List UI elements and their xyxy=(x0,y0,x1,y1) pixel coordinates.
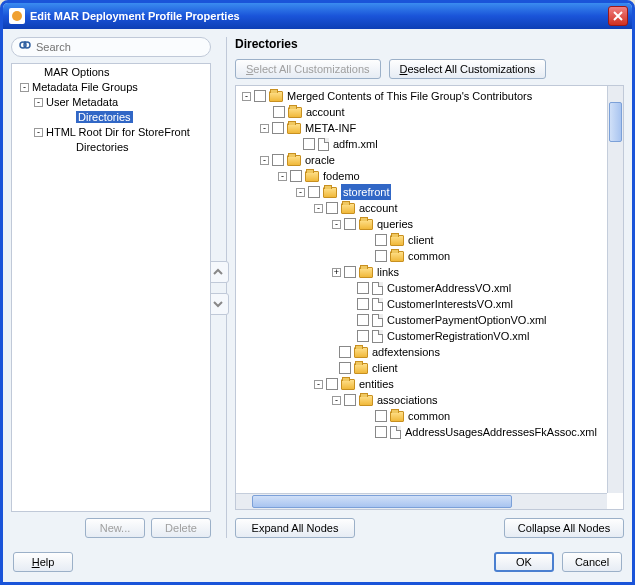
help-button[interactable]: Help xyxy=(13,552,73,572)
directory-tree-row[interactable]: CustomerRegistrationVO.xml xyxy=(238,328,605,344)
collapse-icon[interactable]: - xyxy=(296,188,305,197)
checkbox[interactable] xyxy=(344,394,356,406)
directory-tree-row[interactable]: -fodemo xyxy=(238,168,605,184)
collapse-all-button[interactable]: Collapse All Nodes xyxy=(504,518,624,538)
vertical-scrollbar[interactable] xyxy=(607,86,623,493)
directory-tree-row[interactable]: common xyxy=(238,408,605,424)
checkbox[interactable] xyxy=(357,298,369,310)
navigator-tree[interactable]: MAR Options-Metadata File Groups-User Me… xyxy=(11,63,211,512)
directory-tree-row[interactable]: adfm.xml xyxy=(238,136,605,152)
collapse-icon[interactable]: - xyxy=(314,380,323,389)
cancel-button[interactable]: Cancel xyxy=(562,552,622,572)
directory-tree-row[interactable]: -entities xyxy=(238,376,605,392)
close-icon[interactable] xyxy=(608,6,628,26)
tree-item-label: User Metadata xyxy=(46,96,118,108)
dialog-body: MAR Options-Metadata File Groups-User Me… xyxy=(3,29,632,582)
nav-tree-item[interactable]: -Metadata File Groups xyxy=(12,79,210,94)
directory-tree-row[interactable]: client xyxy=(238,360,605,376)
directory-tree-row[interactable]: client xyxy=(238,232,605,248)
directory-tree-row[interactable]: -Merged Contents of This File Group's Co… xyxy=(238,88,605,104)
tree-node-label: adfextensions xyxy=(372,344,440,360)
collapse-icon[interactable]: - xyxy=(332,220,341,229)
scrollbar-thumb[interactable] xyxy=(252,495,512,508)
directory-tree-row[interactable]: -oracle xyxy=(238,152,605,168)
checkbox[interactable] xyxy=(344,218,356,230)
checkbox[interactable] xyxy=(273,106,285,118)
folder-icon xyxy=(354,363,368,374)
nav-tree-item[interactable]: MAR Options xyxy=(12,64,210,79)
collapse-icon[interactable]: - xyxy=(20,83,29,92)
horizontal-scrollbar[interactable] xyxy=(236,493,607,509)
checkbox[interactable] xyxy=(375,410,387,422)
checkbox[interactable] xyxy=(375,250,387,262)
directory-tree-row[interactable]: account xyxy=(238,104,605,120)
checkbox[interactable] xyxy=(339,362,351,374)
collapse-icon[interactable]: - xyxy=(314,204,323,213)
main-row: MAR Options-Metadata File Groups-User Me… xyxy=(11,37,624,538)
checkbox[interactable] xyxy=(303,138,315,150)
directory-tree-row[interactable]: -associations xyxy=(238,392,605,408)
directory-tree-row[interactable]: -storefront xyxy=(238,184,605,200)
scrollbar-thumb[interactable] xyxy=(609,102,622,142)
collapse-icon[interactable]: - xyxy=(278,172,287,181)
select-all-customizations-button[interactable]: Select All Customizations xyxy=(235,59,381,79)
checkbox[interactable] xyxy=(326,202,338,214)
collapse-icon[interactable]: - xyxy=(34,128,43,137)
new-button[interactable]: New... xyxy=(85,518,145,538)
directory-tree-row[interactable]: -queries xyxy=(238,216,605,232)
checkbox[interactable] xyxy=(272,122,284,134)
directory-tree-row[interactable]: AddressUsagesAddressesFkAssoc.xml xyxy=(238,424,605,440)
search-input[interactable] xyxy=(36,41,204,53)
directory-tree-row[interactable]: -account xyxy=(238,200,605,216)
collapse-icon[interactable]: - xyxy=(34,98,43,107)
tree-node-label: oracle xyxy=(305,152,335,168)
checkbox[interactable] xyxy=(272,154,284,166)
dialog-window: Edit MAR Deployment Profile Properties M… xyxy=(0,0,635,585)
checkbox[interactable] xyxy=(357,282,369,294)
tree-item-label: Directories xyxy=(76,111,133,123)
directory-tree-row[interactable]: CustomerPaymentOptionVO.xml xyxy=(238,312,605,328)
tree-node-label: CustomerRegistrationVO.xml xyxy=(387,328,529,344)
titlebar: Edit MAR Deployment Profile Properties xyxy=(3,3,632,29)
tree-node-label: links xyxy=(377,264,399,280)
deselect-all-customizations-button[interactable]: Deselect All Customizations xyxy=(389,59,547,79)
directory-tree-row[interactable]: common xyxy=(238,248,605,264)
directory-tree-row[interactable]: +links xyxy=(238,264,605,280)
nav-tree-item[interactable]: -User Metadata xyxy=(12,94,210,109)
tree-item-label: MAR Options xyxy=(44,66,109,78)
nav-tree-item[interactable]: Directories xyxy=(12,139,210,154)
checkbox[interactable] xyxy=(339,346,351,358)
collapse-icon[interactable]: - xyxy=(260,156,269,165)
folder-icon xyxy=(390,411,404,422)
nav-tree-item[interactable]: -HTML Root Dir for StoreFront xyxy=(12,124,210,139)
folder-icon xyxy=(287,123,301,134)
directory-tree-row[interactable]: CustomerInterestsVO.xml xyxy=(238,296,605,312)
tree-node-label: AddressUsagesAddressesFkAssoc.xml xyxy=(405,424,597,440)
checkbox[interactable] xyxy=(344,266,356,278)
checkbox[interactable] xyxy=(375,234,387,246)
ok-button[interactable]: OK xyxy=(494,552,554,572)
collapse-icon[interactable]: - xyxy=(260,124,269,133)
tree-node-label: CustomerAddressVO.xml xyxy=(387,280,511,296)
directories-tree-container: -Merged Contents of This File Group's Co… xyxy=(235,85,624,510)
checkbox[interactable] xyxy=(375,426,387,438)
checkbox[interactable] xyxy=(357,330,369,342)
tree-node-label: client xyxy=(408,232,434,248)
checkbox[interactable] xyxy=(357,314,369,326)
directories-tree[interactable]: -Merged Contents of This File Group's Co… xyxy=(236,86,607,493)
directory-tree-row[interactable]: -META-INF xyxy=(238,120,605,136)
directory-tree-row[interactable]: CustomerAddressVO.xml xyxy=(238,280,605,296)
delete-button[interactable]: Delete xyxy=(151,518,211,538)
expand-all-button[interactable]: Expand All Nodes xyxy=(235,518,355,538)
checkbox[interactable] xyxy=(254,90,266,102)
app-icon xyxy=(9,8,25,24)
collapse-icon[interactable]: - xyxy=(242,92,251,101)
collapse-icon[interactable]: - xyxy=(332,396,341,405)
nav-tree-item[interactable]: Directories xyxy=(12,109,210,124)
expand-icon[interactable]: + xyxy=(332,268,341,277)
checkbox[interactable] xyxy=(326,378,338,390)
checkbox[interactable] xyxy=(290,170,302,182)
directory-tree-row[interactable]: adfextensions xyxy=(238,344,605,360)
checkbox[interactable] xyxy=(308,186,320,198)
search-icon xyxy=(18,40,32,54)
